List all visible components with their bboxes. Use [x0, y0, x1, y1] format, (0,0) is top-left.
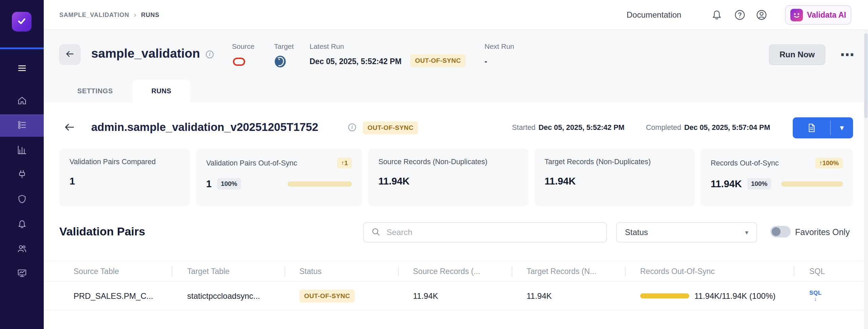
- tab-settings[interactable]: SETTINGS: [58, 80, 132, 102]
- search-input[interactable]: [387, 228, 599, 237]
- favorites-only-toggle[interactable]: [770, 226, 791, 237]
- sidebar-item-reports[interactable]: [0, 139, 44, 162]
- col-records-out-of-sync[interactable]: Records Out-Of-Sync: [640, 261, 715, 282]
- sidebar-item-home[interactable]: [0, 90, 44, 113]
- col-source-table[interactable]: Source Table: [74, 261, 119, 282]
- stat-value: 11.94K: [545, 176, 576, 187]
- checklist-icon: [17, 120, 27, 131]
- latest-run-label: Latest Run: [310, 42, 344, 51]
- table-row[interactable]: PRD_SALES.PM_C... statictpccloadsync... …: [44, 282, 868, 310]
- tab-runs[interactable]: RUNS: [132, 80, 191, 102]
- stat-label: Validation Pairs Compared: [70, 158, 156, 166]
- run-back-button[interactable]: [63, 121, 76, 135]
- cell-target-table: statictpccloadsync...: [187, 282, 260, 310]
- brand-name: Validata AI: [807, 11, 846, 20]
- sidebar-item-validations[interactable]: [0, 114, 44, 137]
- row-status-badge: OUT-OF-SYNC: [299, 290, 355, 303]
- favorites-only-label: Favorites Only: [795, 227, 850, 237]
- cell-records-out-of-sync: 11.94K/11.94K (100%): [640, 282, 775, 310]
- stat-label: Source Records (Non-Duplicates): [378, 158, 487, 166]
- scrollbar-thumb[interactable]: [864, 33, 868, 118]
- sidebar: [0, 0, 44, 329]
- stat-value: 1: [206, 178, 212, 190]
- toggle-knob: [772, 227, 781, 236]
- completed-value: Dec 05, 2025, 5:57:04 PM: [684, 123, 770, 132]
- section-title: Validation Pairs: [59, 225, 145, 238]
- breadcrumb-current: RUNS: [141, 12, 159, 19]
- stat-progress-bar: [288, 181, 352, 187]
- breadcrumb-separator: ›: [134, 11, 136, 19]
- run-status-badge: OUT-OF-SYNC: [363, 121, 418, 134]
- stat-delta-badge: ↑1: [337, 158, 352, 169]
- next-run-value: -: [485, 57, 487, 66]
- col-target-table[interactable]: Target Table: [187, 261, 230, 282]
- row-progress-bar: [640, 293, 689, 298]
- stat-progress-bar: [781, 181, 843, 187]
- account-icon[interactable]: [756, 9, 767, 21]
- column-divider: [625, 266, 626, 276]
- run-title: admin.sample_validation_v20251205T1752: [91, 121, 318, 134]
- col-status[interactable]: Status: [299, 261, 321, 282]
- file-export-icon: [793, 117, 830, 138]
- topbar: SAMPLE_VALIDATION › RUNS Documentation V…: [44, 0, 868, 30]
- sidebar-item-security[interactable]: [0, 189, 44, 211]
- stat-card-records-out-of-sync: Records Out-of-Sync ↑100% 11.94K 100%: [701, 149, 853, 206]
- main-content: admin.sample_validation_v20251205T1752 i…: [44, 102, 868, 329]
- brand-badge[interactable]: Validata AI: [785, 5, 851, 25]
- info-icon[interactable]: i: [206, 51, 214, 58]
- app-logo[interactable]: [12, 12, 32, 32]
- users-icon: [17, 244, 27, 255]
- info-icon[interactable]: i: [348, 123, 356, 131]
- stat-label: Target Records (Non-Duplicates): [545, 158, 651, 166]
- oracle-source-icon: [233, 58, 245, 66]
- breadcrumb-parent[interactable]: SAMPLE_VALIDATION: [59, 12, 129, 19]
- page-title: sample_validation: [91, 46, 200, 61]
- chevron-down-icon[interactable]: ▼: [831, 117, 853, 138]
- stat-card-pairs-compared: Validation Pairs Compared 1: [59, 149, 190, 206]
- stat-pct-badge: 100%: [747, 178, 771, 190]
- back-arrow-icon: [65, 49, 75, 60]
- documentation-link[interactable]: Documentation: [627, 0, 681, 30]
- bar-chart-icon: [17, 145, 27, 156]
- stat-card-source-records: Source Records (Non-Duplicates) 11.94K: [368, 149, 529, 206]
- stat-pct-badge: 100%: [217, 178, 241, 190]
- col-sql[interactable]: SQL: [809, 261, 825, 282]
- row-out-of-sync-text: 11.94K/11.94K (100%): [694, 291, 775, 301]
- latest-run-status-badge: OUT-OF-SYNC: [410, 54, 466, 67]
- help-icon[interactable]: [734, 9, 746, 21]
- sidebar-item-users[interactable]: [0, 238, 44, 260]
- breadcrumb: SAMPLE_VALIDATION › RUNS: [59, 0, 159, 30]
- more-actions-button[interactable]: ⋯: [836, 45, 860, 64]
- cell-source-records: 11.94K: [413, 282, 438, 310]
- back-arrow-icon: [64, 121, 75, 134]
- cell-source-table: PRD_SALES.PM_C...: [74, 282, 153, 310]
- sidebar-item-alerts[interactable]: [0, 214, 44, 236]
- column-divider: [794, 266, 794, 276]
- sql-download-icon[interactable]: SQL ↓: [809, 290, 822, 302]
- export-report-button[interactable]: ▼: [793, 117, 853, 138]
- monitor-icon: [17, 268, 27, 279]
- column-divider: [172, 266, 172, 276]
- page-header: sample_validation i Source Target Latest…: [44, 30, 868, 102]
- home-icon: [17, 96, 27, 107]
- hamburger-menu-icon: [17, 63, 27, 75]
- run-now-button[interactable]: Run Now: [769, 44, 825, 65]
- sidebar-item-monitoring[interactable]: [0, 263, 44, 285]
- col-source-records[interactable]: Source Records (...: [413, 261, 480, 282]
- latest-run-value: Dec 05, 2025, 5:52:42 PM: [310, 57, 401, 66]
- stat-card-target-records: Target Records (Non-Duplicates) 11.94K: [534, 149, 695, 206]
- status-filter-select[interactable]: Status ▾: [616, 222, 757, 243]
- search-box: [363, 222, 607, 243]
- app-root: SAMPLE_VALIDATION › RUNS Documentation V…: [0, 0, 868, 329]
- column-divider: [398, 266, 399, 276]
- back-button[interactable]: [59, 44, 80, 65]
- target-label: Target: [274, 42, 294, 51]
- sidebar-item-connections[interactable]: [0, 164, 44, 186]
- sidebar-menu-toggle[interactable]: [0, 58, 44, 80]
- brand-face-icon: [790, 9, 803, 21]
- next-run-label: Next Run: [485, 42, 514, 51]
- stat-card-pairs-out-of-sync: Validation Pairs Out-of-Sync ↑1 1 100%: [196, 149, 362, 206]
- col-target-records[interactable]: Target Records (N...: [527, 261, 596, 282]
- notification-bell-icon[interactable]: [711, 9, 723, 21]
- bell-icon: [17, 219, 27, 231]
